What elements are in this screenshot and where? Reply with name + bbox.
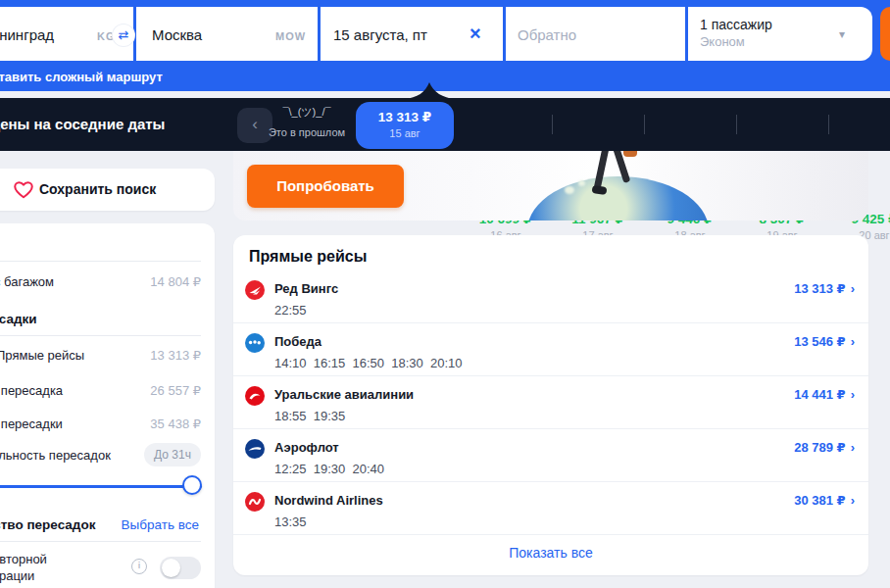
heart-icon xyxy=(14,180,33,199)
flight-row[interactable]: Ред Вингс 22:55 13 313 ₽› xyxy=(233,270,868,323)
direct-flights-card: Прямые рейсы Ред Вингс 22:55 13 313 ₽› П… xyxy=(233,235,868,575)
flight-row[interactable]: Победа 14:10 16:15 16:50 18:30 20:10 13 … xyxy=(233,323,868,376)
field-separator xyxy=(503,7,506,61)
depart-date-input[interactable]: 15 августа, пт xyxy=(333,26,427,43)
price-calendar-title: Цены на соседние даты xyxy=(0,116,165,132)
flight-price: 13 313 ₽› xyxy=(794,281,855,296)
figurine-backpack xyxy=(623,151,637,157)
chevron-right-icon: › xyxy=(851,281,855,296)
destination-iata-code: MOW xyxy=(275,30,306,42)
nordwind-logo xyxy=(245,492,265,512)
aeroflot-logo xyxy=(245,439,265,459)
calendar-day[interactable]: 9 446 ₽ 18 авг xyxy=(645,102,735,149)
transfer-duration-label: Длительность пересадок xyxy=(0,448,111,463)
no-recheck-toggle[interactable] xyxy=(160,557,201,579)
flight-price: 28 789 ₽› xyxy=(794,440,855,455)
flight-times: 14:10 16:15 16:50 18:30 20:10 xyxy=(274,356,463,370)
complex-route-link[interactable]: Составить сложный маршрут xyxy=(0,70,163,84)
calendar-day-price: 13 313 ₽ xyxy=(356,109,454,124)
flight-price: 14 441 ₽› xyxy=(794,387,855,402)
save-search-label: Сохранить поиск xyxy=(39,181,156,197)
flight-price: 30 381 ₽› xyxy=(794,493,855,508)
redwings-logo xyxy=(245,280,265,300)
transfers-header: Пересадки xyxy=(0,312,37,326)
try-button[interactable]: Попробовать xyxy=(247,165,404,208)
filter-label: 1 пересадка xyxy=(0,383,63,398)
no-recheck-label: Без повторной регистрации xyxy=(0,551,76,584)
calendar-day[interactable]: 10 699 ₽ 16 авг xyxy=(461,102,551,149)
filter-label: Прямые рейсы xyxy=(0,348,84,363)
search-bar: Калининград KGD ⇄ Москва MOW 15 августа,… xyxy=(0,0,890,91)
calendar-day[interactable]: 9 425 ₽ 20 авг xyxy=(829,102,890,149)
calendar-day[interactable]: 11 967 ₽ 17 авг xyxy=(553,102,643,149)
flight-times: 13:35 xyxy=(274,514,307,529)
airline-name: Уральские авиалинии xyxy=(274,387,414,402)
chevron-right-icon: › xyxy=(851,334,855,349)
pobeda-logo xyxy=(245,333,265,353)
field-separator xyxy=(318,7,321,61)
flight-times: 18:55 19:35 xyxy=(274,409,345,423)
airline-name: Победа xyxy=(274,334,321,349)
popover-tail xyxy=(404,82,455,99)
transfer-count-header: Количество пересадок xyxy=(0,517,95,532)
clear-date-icon[interactable]: × xyxy=(470,23,481,45)
save-search-button[interactable]: Сохранить поиск xyxy=(0,169,215,211)
filter-price: 35 438 ₽ xyxy=(150,416,201,431)
flight-times: 12:25 19:30 20:40 xyxy=(274,462,384,476)
search-submit-button[interactable] xyxy=(880,7,890,61)
destination-input[interactable]: Москва xyxy=(152,26,202,43)
travel-class-label: Эконом xyxy=(700,34,745,49)
filter-label: 2 пересадки xyxy=(0,416,63,431)
chevron-right-icon: › xyxy=(851,493,855,508)
airline-name: Аэрофлот xyxy=(274,440,339,455)
flight-times: 22:55 xyxy=(274,303,307,318)
select-all-link[interactable]: Выбрать все xyxy=(122,517,199,532)
return-date-input[interactable]: Обратно xyxy=(518,26,576,43)
past-date-label: Это в прошлом xyxy=(248,126,366,138)
direct-flights-title: Прямые рейсы xyxy=(249,248,367,266)
filter-label: с багажом xyxy=(0,274,54,289)
globe-photo xyxy=(527,176,709,220)
globe-spot xyxy=(565,186,574,194)
flight-row[interactable]: Уральские авиалинии 18:55 19:35 14 441 ₽… xyxy=(233,376,868,429)
calendar-day-date: 15 авг xyxy=(356,127,454,139)
airline-name: Nordwind Airlines xyxy=(274,493,383,508)
divider xyxy=(0,541,201,542)
duration-slider-track[interactable] xyxy=(0,485,202,488)
filter-price: 26 557 ₽ xyxy=(150,383,201,398)
duration-slider-handle[interactable] xyxy=(182,475,202,495)
promo-banner: Попробовать xyxy=(233,151,868,220)
divider xyxy=(0,335,201,336)
shrug-emoticon: ¯\_(ツ)_/¯ xyxy=(248,105,366,120)
flight-price: 13 546 ₽› xyxy=(794,334,855,349)
show-all-link[interactable]: Показать все xyxy=(233,545,868,561)
field-separator xyxy=(685,7,688,61)
chevron-right-icon: › xyxy=(851,387,855,402)
origin-input[interactable]: Калининград xyxy=(0,26,54,43)
calendar-day[interactable]: 8 307 ₽ 19 авг xyxy=(737,102,827,149)
swap-directions-icon[interactable]: ⇄ xyxy=(113,24,134,46)
divider xyxy=(0,261,201,262)
transfer-duration-value: До 31ч xyxy=(144,443,201,466)
chevron-down-icon[interactable]: ▾ xyxy=(839,27,845,41)
chevron-right-icon: › xyxy=(851,440,855,455)
filter-price: 14 804 ₽ xyxy=(150,274,201,289)
page: Калининград KGD ⇄ Москва MOW 15 августа,… xyxy=(0,0,890,588)
info-icon[interactable]: i xyxy=(131,559,147,574)
filters-card: Багаж с багажом 14 804 ₽ Пересадки Прямы… xyxy=(0,223,215,588)
toggle-knob xyxy=(162,559,180,577)
airline-name: Ред Вингс xyxy=(274,281,338,296)
passengers-count-label[interactable]: 1 пассажир xyxy=(700,17,772,32)
flight-row[interactable]: Nordwind Airlines 13:35 30 381 ₽› xyxy=(233,482,868,535)
flight-row[interactable]: Аэрофлот 12:25 19:30 20:40 28 789 ₽› xyxy=(233,429,868,482)
ural-airlines-logo xyxy=(245,386,265,406)
globe-spot xyxy=(578,180,585,186)
filter-price: 13 313 ₽ xyxy=(150,348,201,363)
